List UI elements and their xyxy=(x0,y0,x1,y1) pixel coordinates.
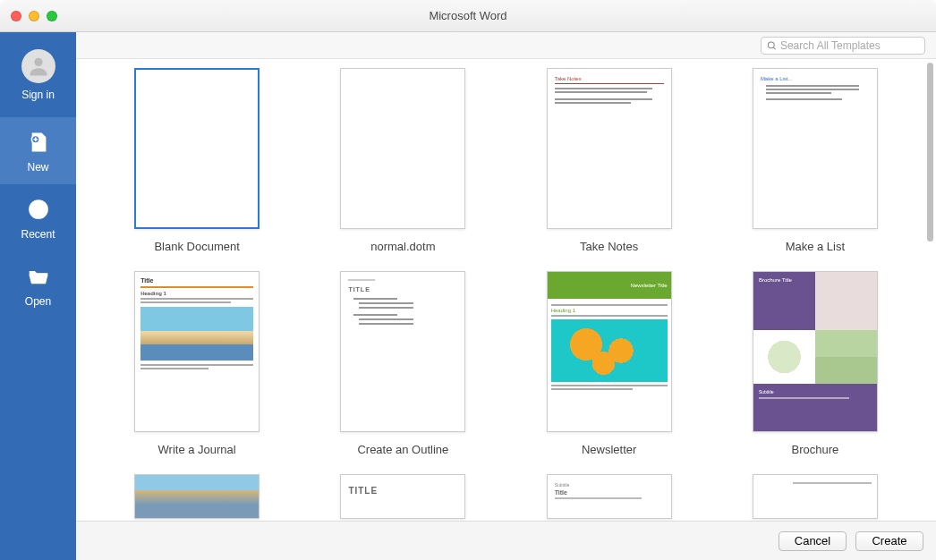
close-window-button[interactable] xyxy=(11,11,21,21)
template-label: Make a List xyxy=(786,240,845,253)
template-create-an-outline[interactable]: TITLE Create an Outline xyxy=(309,271,497,456)
search-box[interactable] xyxy=(761,37,925,55)
sidebar-signin-label: Sign in xyxy=(21,89,55,101)
zoom-window-button[interactable] xyxy=(47,11,57,21)
template-partial-1[interactable] xyxy=(103,474,291,519)
sidebar-recent[interactable]: Recent xyxy=(0,184,76,251)
toolbar xyxy=(76,32,936,59)
window-title: Microsoft Word xyxy=(76,9,936,22)
sidebar-recent-label: Recent xyxy=(21,228,55,241)
search-icon xyxy=(767,40,777,51)
avatar-icon xyxy=(21,49,55,83)
template-thumbnail: Newsletter Title Heading 1 xyxy=(547,271,672,432)
cancel-button[interactable]: Cancel xyxy=(779,531,847,551)
template-gallery[interactable]: Blank Document normal.dotm Take Notes Ta… xyxy=(76,59,936,521)
template-label: Newsletter xyxy=(582,443,636,456)
template-thumbnail: Make a List... xyxy=(753,68,878,229)
template-thumbnail: Take Notes xyxy=(547,68,672,229)
sidebar-open[interactable]: Open xyxy=(0,251,76,318)
template-label: Blank Document xyxy=(154,240,239,253)
template-newsletter[interactable]: Newsletter Title Heading 1 Newsletter xyxy=(515,271,703,456)
template-partial-3[interactable]: Subtitle Title xyxy=(515,474,703,519)
search-input[interactable] xyxy=(780,39,919,52)
scrollbar[interactable] xyxy=(927,63,934,488)
template-normal-dotm[interactable]: normal.dotm xyxy=(309,68,497,253)
template-thumbnail xyxy=(753,474,878,519)
minimize-window-button[interactable] xyxy=(29,11,39,21)
template-thumbnail xyxy=(134,68,260,229)
sidebar: Sign in New Recent Open xyxy=(0,32,76,560)
sidebar-new-label: New xyxy=(27,161,48,174)
template-thumbnail: Title Heading 1 xyxy=(134,271,260,432)
template-thumbnail: TITLE xyxy=(340,474,465,519)
template-thumbnail: Subtitle Title xyxy=(547,474,672,519)
new-document-icon xyxy=(25,129,52,156)
template-label: Take Notes xyxy=(580,240,638,253)
folder-open-icon xyxy=(25,263,52,290)
create-button[interactable]: Create xyxy=(855,531,923,551)
sidebar-open-label: Open xyxy=(25,295,51,308)
sidebar-signin[interactable]: Sign in xyxy=(0,32,76,117)
template-blank-document[interactable]: Blank Document xyxy=(103,68,291,253)
svg-point-0 xyxy=(34,57,42,65)
window-controls xyxy=(0,11,76,21)
sidebar-new[interactable]: New xyxy=(0,117,76,184)
template-take-notes[interactable]: Take Notes Take Notes xyxy=(515,68,703,253)
template-label: Create an Outline xyxy=(357,443,448,456)
template-label: normal.dotm xyxy=(370,240,435,253)
template-thumbnail xyxy=(134,474,260,519)
svg-point-3 xyxy=(768,41,774,47)
template-make-a-list[interactable]: Make a List... Make a List xyxy=(721,68,909,253)
template-label: Write a Journal xyxy=(158,443,236,456)
template-partial-2[interactable]: TITLE xyxy=(309,474,497,519)
titlebar: Microsoft Word xyxy=(0,0,936,32)
footer: Cancel Create xyxy=(76,521,936,560)
scrollbar-thumb[interactable] xyxy=(927,63,933,242)
template-partial-4[interactable] xyxy=(721,474,909,519)
template-thumbnail: Brochure Title Subtitle xyxy=(753,271,878,432)
template-thumbnail xyxy=(340,68,465,229)
template-label: Brochure xyxy=(792,443,839,456)
template-brochure[interactable]: Brochure Title Subtitle Brochure xyxy=(721,271,909,456)
clock-icon xyxy=(25,196,52,223)
template-write-a-journal[interactable]: Title Heading 1 Write a Journal xyxy=(103,271,291,456)
template-thumbnail: TITLE xyxy=(340,271,465,432)
